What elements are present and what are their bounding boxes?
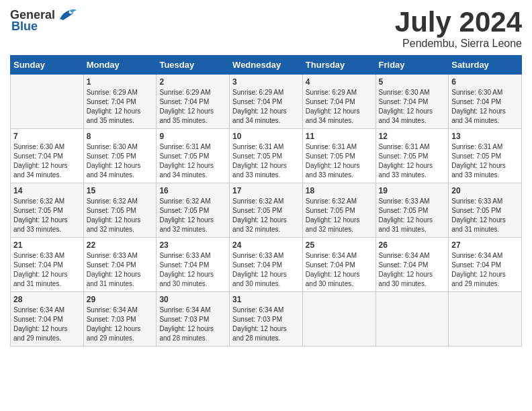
day-number: 29 [87, 295, 154, 304]
day-number: 17 [232, 186, 300, 195]
calendar-cell: 21Sunrise: 6:33 AMSunset: 7:04 PMDayligh… [11, 238, 84, 292]
cell-content: Sunrise: 6:29 AMSunset: 7:04 PMDaylight:… [306, 88, 373, 126]
day-number: 25 [306, 240, 373, 250]
cell-content: Sunrise: 6:34 AMSunset: 7:04 PMDaylight:… [379, 251, 446, 289]
title-area: July 2024 Pendembu, Sierra Leone [395, 7, 522, 50]
cell-content: Sunrise: 6:33 AMSunset: 7:04 PMDaylight:… [159, 251, 226, 289]
calendar-cell: 20Sunrise: 6:33 AMSunset: 7:05 PMDayligh… [449, 183, 522, 238]
day-number: 27 [451, 240, 519, 250]
day-number: 6 [451, 77, 519, 87]
page-header: General Blue July 2024 Pendembu, Sierra … [10, 7, 522, 50]
calendar-cell: 30Sunrise: 6:34 AMSunset: 7:03 PMDayligh… [157, 292, 230, 347]
cell-content: Sunrise: 6:33 AMSunset: 7:05 PMDaylight:… [451, 197, 519, 234]
calendar-cell: 15Sunrise: 6:32 AMSunset: 7:05 PMDayligh… [83, 183, 157, 238]
cell-content: Sunrise: 6:32 AMSunset: 7:05 PMDaylight:… [159, 197, 226, 234]
cell-content: Sunrise: 6:29 AMSunset: 7:04 PMDaylight:… [232, 88, 300, 126]
cell-content: Sunrise: 6:34 AMSunset: 7:04 PMDaylight:… [451, 251, 519, 289]
calendar-week-row: 14Sunrise: 6:32 AMSunset: 7:05 PMDayligh… [11, 183, 522, 238]
day-number: 5 [379, 77, 446, 87]
cell-content: Sunrise: 6:34 AMSunset: 7:03 PMDaylight:… [232, 306, 300, 343]
cell-content: Sunrise: 6:32 AMSunset: 7:05 PMDaylight:… [306, 197, 373, 234]
calendar-cell: 2Sunrise: 6:29 AMSunset: 7:04 PMDaylight… [157, 75, 230, 129]
weekday-header-monday: Monday [83, 56, 157, 75]
day-number: 8 [87, 132, 154, 141]
day-number: 31 [232, 295, 300, 304]
day-number: 23 [159, 240, 226, 250]
calendar-cell: 3Sunrise: 6:29 AMSunset: 7:04 PMDaylight… [230, 75, 303, 129]
day-number: 22 [87, 240, 154, 250]
calendar-cell: 19Sunrise: 6:33 AMSunset: 7:05 PMDayligh… [375, 183, 449, 238]
cell-content: Sunrise: 6:30 AMSunset: 7:04 PMDaylight:… [379, 88, 446, 126]
day-number: 16 [159, 186, 226, 195]
weekday-header-saturday: Saturday [449, 56, 522, 75]
calendar-cell: 16Sunrise: 6:32 AMSunset: 7:05 PMDayligh… [157, 183, 230, 238]
day-number: 20 [451, 186, 519, 195]
calendar-cell: 18Sunrise: 6:32 AMSunset: 7:05 PMDayligh… [302, 183, 375, 238]
calendar-cell: 10Sunrise: 6:31 AMSunset: 7:05 PMDayligh… [230, 129, 303, 183]
cell-content: Sunrise: 6:30 AMSunset: 7:04 PMDaylight:… [13, 142, 81, 180]
calendar-table: SundayMondayTuesdayWednesdayThursdayFrid… [10, 55, 522, 347]
calendar-cell: 27Sunrise: 6:34 AMSunset: 7:04 PMDayligh… [449, 238, 522, 292]
cell-content: Sunrise: 6:32 AMSunset: 7:05 PMDaylight:… [87, 197, 154, 234]
calendar-cell: 31Sunrise: 6:34 AMSunset: 7:03 PMDayligh… [230, 292, 303, 347]
calendar-cell: 8Sunrise: 6:30 AMSunset: 7:05 PMDaylight… [83, 129, 157, 183]
cell-content: Sunrise: 6:29 AMSunset: 7:04 PMDaylight:… [159, 88, 226, 126]
calendar-week-row: 21Sunrise: 6:33 AMSunset: 7:04 PMDayligh… [11, 238, 522, 292]
calendar-cell: 13Sunrise: 6:31 AMSunset: 7:05 PMDayligh… [449, 129, 522, 183]
day-number: 9 [159, 132, 226, 141]
weekday-header-wednesday: Wednesday [230, 56, 303, 75]
calendar-cell [449, 292, 522, 347]
weekday-header-thursday: Thursday [302, 56, 375, 75]
cell-content: Sunrise: 6:34 AMSunset: 7:03 PMDaylight:… [159, 306, 226, 343]
calendar-cell: 1Sunrise: 6:29 AMSunset: 7:04 PMDaylight… [83, 75, 157, 129]
weekday-header-friday: Friday [375, 56, 449, 75]
cell-content: Sunrise: 6:32 AMSunset: 7:05 PMDaylight:… [232, 197, 300, 234]
calendar-cell: 25Sunrise: 6:34 AMSunset: 7:04 PMDayligh… [302, 238, 375, 292]
day-number: 13 [451, 132, 519, 141]
day-number: 1 [87, 77, 154, 87]
cell-content: Sunrise: 6:34 AMSunset: 7:03 PMDaylight:… [87, 306, 154, 343]
calendar-cell: 9Sunrise: 6:31 AMSunset: 7:05 PMDaylight… [157, 129, 230, 183]
day-number: 3 [232, 77, 300, 87]
calendar-cell: 11Sunrise: 6:31 AMSunset: 7:05 PMDayligh… [302, 129, 375, 183]
calendar-cell: 6Sunrise: 6:30 AMSunset: 7:04 PMDaylight… [449, 75, 522, 129]
cell-content: Sunrise: 6:33 AMSunset: 7:04 PMDaylight:… [232, 251, 300, 289]
calendar-cell: 7Sunrise: 6:30 AMSunset: 7:04 PMDaylight… [11, 129, 84, 183]
calendar-cell: 29Sunrise: 6:34 AMSunset: 7:03 PMDayligh… [83, 292, 157, 347]
location: Pendembu, Sierra Leone [395, 38, 522, 50]
logo-blue-text: Blue [11, 19, 38, 34]
day-number: 10 [232, 132, 300, 141]
calendar-cell: 26Sunrise: 6:34 AMSunset: 7:04 PMDayligh… [375, 238, 449, 292]
calendar-week-row: 28Sunrise: 6:34 AMSunset: 7:04 PMDayligh… [11, 292, 522, 347]
cell-content: Sunrise: 6:31 AMSunset: 7:05 PMDaylight:… [451, 142, 519, 180]
logo-bird-icon [56, 7, 77, 24]
day-number: 26 [379, 240, 446, 250]
cell-content: Sunrise: 6:34 AMSunset: 7:04 PMDaylight:… [13, 306, 81, 343]
day-number: 4 [306, 77, 373, 87]
cell-content: Sunrise: 6:33 AMSunset: 7:04 PMDaylight:… [87, 251, 154, 289]
cell-content: Sunrise: 6:30 AMSunset: 7:05 PMDaylight:… [87, 142, 154, 180]
cell-content: Sunrise: 6:31 AMSunset: 7:05 PMDaylight:… [306, 142, 373, 180]
cell-content: Sunrise: 6:31 AMSunset: 7:05 PMDaylight:… [379, 142, 446, 180]
weekday-header-row: SundayMondayTuesdayWednesdayThursdayFrid… [11, 56, 522, 75]
calendar-cell: 4Sunrise: 6:29 AMSunset: 7:04 PMDaylight… [302, 75, 375, 129]
cell-content: Sunrise: 6:32 AMSunset: 7:05 PMDaylight:… [13, 197, 81, 234]
calendar-cell [302, 292, 375, 347]
day-number: 30 [159, 295, 226, 304]
calendar-cell [375, 292, 449, 347]
calendar-cell: 22Sunrise: 6:33 AMSunset: 7:04 PMDayligh… [83, 238, 157, 292]
cell-content: Sunrise: 6:31 AMSunset: 7:05 PMDaylight:… [232, 142, 300, 180]
day-number: 7 [13, 132, 81, 141]
cell-content: Sunrise: 6:33 AMSunset: 7:04 PMDaylight:… [13, 251, 81, 289]
calendar-cell: 5Sunrise: 6:30 AMSunset: 7:04 PMDaylight… [375, 75, 449, 129]
calendar-cell: 17Sunrise: 6:32 AMSunset: 7:05 PMDayligh… [230, 183, 303, 238]
day-number: 18 [306, 186, 373, 195]
calendar-cell: 14Sunrise: 6:32 AMSunset: 7:05 PMDayligh… [11, 183, 84, 238]
weekday-header-tuesday: Tuesday [157, 56, 230, 75]
day-number: 28 [13, 295, 81, 304]
day-number: 24 [232, 240, 300, 250]
calendar-week-row: 1Sunrise: 6:29 AMSunset: 7:04 PMDaylight… [11, 75, 522, 129]
day-number: 21 [13, 240, 81, 250]
day-number: 11 [306, 132, 373, 141]
calendar-cell [11, 75, 84, 129]
